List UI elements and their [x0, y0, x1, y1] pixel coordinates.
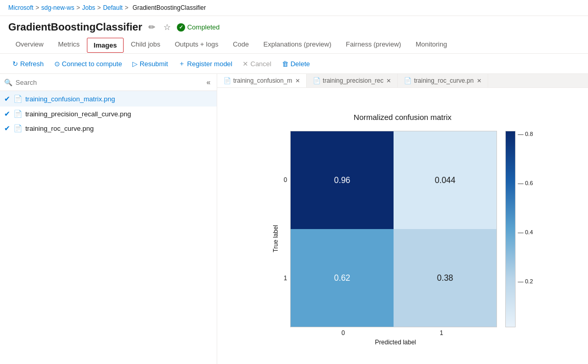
file-item-confusion-matrix[interactable]: ✔ 📄 training_confusion_matrix.png •••	[0, 91, 217, 107]
check-icon-3: ✔	[4, 124, 10, 132]
tab-explanations[interactable]: Explanations (preview)	[256, 36, 339, 53]
image-tab-precision-label: training_precision_rec	[323, 77, 383, 84]
scale-tick-02: — 0.2	[518, 278, 533, 284]
close-roc-tab-button[interactable]: ✕	[477, 78, 481, 84]
close-precision-tab-button[interactable]: ✕	[386, 78, 391, 84]
star-icon[interactable]: ☆	[161, 21, 173, 33]
file-item-precision-recall[interactable]: ✔ 📄 training_precision_recall_curve.png	[0, 107, 217, 121]
x-tick-row: 0 1	[283, 329, 490, 337]
scale-tick-04: — 0.4	[518, 229, 533, 235]
confusion-matrix-wrap: True label 0 1 0.96	[272, 131, 533, 346]
y-tick-1: 1	[283, 275, 287, 282]
color-scale-ticks: — 0.8 — 0.6 — 0.4 — 0.2	[518, 131, 533, 327]
cell-11-value: 0.38	[437, 274, 453, 283]
image-tab-roc-label: training_roc_curve.pn	[414, 77, 473, 84]
refresh-button[interactable]: ↻ Refresh	[8, 58, 48, 70]
tab-metrics[interactable]: Metrics	[51, 36, 87, 53]
close-confusion-tab-button[interactable]: ✕	[295, 78, 300, 84]
edit-icon[interactable]: ✏	[146, 21, 157, 33]
delete-button[interactable]: 🗑 Delete	[278, 58, 314, 70]
cancel-button[interactable]: ✕ Cancel	[238, 58, 275, 70]
scale-tick-08: — 0.8	[518, 131, 533, 137]
file-icon-3: 📄	[13, 124, 22, 132]
register-model-button[interactable]: ＋ Register model	[174, 57, 236, 70]
tab-outputs-logs[interactable]: Outputs + logs	[168, 36, 225, 53]
image-panel: 📄 training_confusion_m ✕ 📄 training_prec…	[217, 74, 588, 364]
connect-icon: ⊙	[54, 60, 60, 68]
cell-00-value: 0.96	[334, 176, 350, 185]
image-tab-confusion[interactable]: 📄 training_confusion_m ✕	[217, 74, 307, 87]
search-input[interactable]	[16, 79, 201, 86]
y-axis-label: True label	[272, 225, 279, 252]
file-search-bar: 🔍 «	[0, 74, 217, 91]
tab-bar: Overview Metrics Images Child jobs Outpu…	[0, 36, 588, 54]
chart-container: Normalized confusion matrix True label 0…	[272, 113, 533, 346]
page-header: GradientBoostingClassifier ✏ ☆ Completed	[0, 16, 588, 36]
main-content: 🔍 « ✔ 📄 training_confusion_matrix.png ••…	[0, 74, 588, 364]
tab-images[interactable]: Images	[87, 38, 124, 53]
resubmit-button[interactable]: ▷ Resubmit	[128, 58, 172, 70]
image-tab-bar: 📄 training_confusion_m ✕ 📄 training_prec…	[217, 74, 588, 88]
search-icon: 🔍	[4, 79, 12, 86]
tab-file-icon-3: 📄	[404, 77, 412, 84]
status-badge: Completed	[177, 23, 220, 32]
page-title: GradientBoostingClassifier	[8, 21, 142, 33]
x-tick-0: 0	[341, 329, 345, 337]
check-icon: ✔	[4, 95, 10, 103]
file-icon-2: 📄	[13, 110, 22, 118]
refresh-icon: ↻	[12, 60, 18, 68]
breadcrumb-default[interactable]: Default	[103, 4, 123, 11]
file-item-roc-curve[interactable]: ✔ 📄 training_roc_curve.png	[0, 121, 217, 135]
status-circle-icon	[177, 23, 185, 32]
tab-monitoring[interactable]: Monitoring	[409, 36, 455, 53]
cancel-icon: ✕	[243, 60, 248, 68]
tab-fairness[interactable]: Fairness (preview)	[339, 36, 409, 53]
add-icon: ＋	[178, 59, 185, 68]
status-label: Completed	[187, 23, 220, 31]
file-name-roc-curve: training_roc_curve.png	[25, 125, 213, 132]
collapse-panel-button[interactable]: «	[204, 77, 213, 87]
file-panel: 🔍 « ✔ 📄 training_confusion_matrix.png ••…	[0, 74, 217, 364]
x-axis-label: Predicted label	[283, 339, 497, 346]
file-name-precision-recall: training_precision_recall_curve.png	[25, 110, 213, 118]
cell-00: 0.96	[291, 131, 394, 229]
image-tab-roc[interactable]: 📄 training_roc_curve.pn ✕	[398, 74, 488, 87]
tab-file-icon: 📄	[223, 77, 231, 84]
delete-icon: 🗑	[282, 60, 289, 68]
breadcrumb: Microsoft > sdg-new-ws > Jobs > Default …	[0, 0, 588, 16]
tab-file-icon-2: 📄	[313, 77, 321, 84]
scale-tick-06: — 0.6	[518, 180, 533, 186]
tab-child-jobs[interactable]: Child jobs	[124, 36, 168, 53]
chart-area: Normalized confusion matrix True label 0…	[217, 88, 588, 364]
tab-code[interactable]: Code	[225, 36, 256, 53]
y-tick-0: 0	[283, 176, 287, 184]
check-icon-2: ✔	[4, 110, 10, 118]
breadcrumb-workspace[interactable]: sdg-new-ws	[41, 4, 74, 11]
resubmit-icon: ▷	[132, 60, 138, 68]
connect-compute-button[interactable]: ⊙ Connect to compute	[50, 58, 126, 70]
file-icon: 📄	[13, 95, 22, 103]
image-tab-confusion-label: training_confusion_m	[233, 77, 292, 84]
breadcrumb-jobs[interactable]: Jobs	[82, 4, 95, 11]
breadcrumb-current: GradientBoostingClassifier	[132, 4, 206, 11]
image-tab-precision[interactable]: 📄 training_precision_rec ✕	[307, 74, 398, 87]
cell-01-value: 0.044	[435, 176, 456, 185]
toolbar: ↻ Refresh ⊙ Connect to compute ▷ Resubmi…	[0, 54, 588, 74]
cell-10-value: 0.62	[334, 274, 350, 283]
cell-11: 0.38	[394, 229, 496, 327]
breadcrumb-microsoft[interactable]: Microsoft	[8, 4, 34, 11]
file-name-confusion-matrix[interactable]: training_confusion_matrix.png	[25, 95, 197, 103]
cell-01: 0.044	[394, 131, 496, 229]
chart-title: Normalized confusion matrix	[354, 113, 451, 122]
file-list: ✔ 📄 training_confusion_matrix.png ••• ✔ …	[0, 91, 217, 364]
tab-overview[interactable]: Overview	[8, 36, 51, 53]
color-scale-bar	[505, 131, 516, 327]
x-tick-1: 1	[440, 329, 443, 337]
confusion-matrix-grid: 0.96 0.044 0.62 0.38	[290, 131, 497, 327]
cell-10: 0.62	[291, 229, 394, 327]
